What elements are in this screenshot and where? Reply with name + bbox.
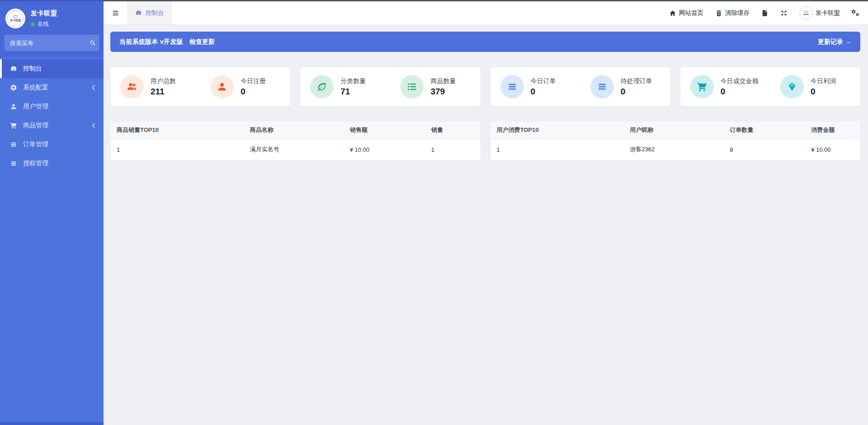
menu-search-input[interactable] <box>10 40 90 47</box>
docs-button[interactable] <box>761 9 769 17</box>
user-consumption-top10-table: 用户消费TOP10 用户昵称 订单数量 消费金额 1 游客2362 8 ¥ 10… <box>491 121 861 160</box>
sidebar-toggle-button[interactable] <box>104 1 127 24</box>
user-avatar <box>799 6 813 20</box>
cart-icon <box>10 122 17 129</box>
version-text: 当前系统版本 v开发版 <box>119 38 183 46</box>
username: 发卡联盟 <box>816 9 840 17</box>
bars-icon <box>597 81 608 92</box>
brand-logo: 发卡联盟 <box>5 9 25 28</box>
topbar-actions: 网站首页 清除缓存 发卡联盟 <box>657 1 868 24</box>
table-row: 1 满月实名号 ¥ 10.00 1 <box>110 139 481 160</box>
bars-icon <box>507 81 518 92</box>
cart-icon <box>697 81 708 92</box>
stat-total-users: 用户总数 211 <box>110 75 200 98</box>
stat-product-count: 商品数量 379 <box>390 75 480 98</box>
site-home-button[interactable]: 网站首页 <box>669 9 703 17</box>
hamburger-icon <box>111 9 120 17</box>
clear-cache-button[interactable]: 清除缓存 <box>715 9 750 17</box>
trash-icon <box>715 9 722 17</box>
brand-logo-mark: 发卡联盟 <box>7 10 24 27</box>
check-update-link[interactable]: 检查更新 <box>189 38 215 46</box>
expand-icon <box>780 9 788 17</box>
settings-button[interactable] <box>852 9 859 17</box>
stat-today-revenue: 今日成交金额 0 <box>680 75 770 98</box>
stat-today-profit: 今日利润 0 <box>770 75 860 98</box>
sidebar-header: 发卡联盟 发卡联盟 在线 <box>0 1 104 57</box>
sidebar-bottom-strip <box>0 422 104 425</box>
gauge-icon <box>10 65 17 72</box>
stat-today-orders: 今日订单 0 <box>491 75 580 98</box>
content: 当前系统版本 v开发版 检查更新 更新记录 → 用户总数 211 今日注册 <box>104 24 868 160</box>
list-icon <box>10 141 17 148</box>
version-banner: 当前系统版本 v开发版 检查更新 更新记录 → <box>110 32 860 52</box>
users-icon <box>127 81 137 92</box>
user-icon <box>217 81 227 92</box>
stat-card-revenue: 今日成交金额 0 今日利润 0 <box>680 67 860 106</box>
sidebar-item-order-management[interactable]: 订单管理 <box>0 135 104 154</box>
stat-today-registrations: 今日注册 0 <box>200 75 290 98</box>
table-row: 1 游客2362 8 ¥ 10.00 <box>491 139 861 160</box>
sidebar-item-license-management[interactable]: 授权管理 <box>0 154 104 173</box>
list-icon <box>10 160 17 167</box>
gear-icon <box>10 84 17 91</box>
gauge-icon <box>135 9 142 16</box>
stat-cards: 用户总数 211 今日注册 0 分类数量 71 <box>110 67 860 106</box>
product-sales-top10-table: 商品销量TOP10 商品名称 销售额 销量 1 满月实名号 ¥ 10.00 1 <box>110 121 481 160</box>
user-menu[interactable]: 发卡联盟 <box>799 6 840 20</box>
sidebar-nav: 控制台 系统配置 用户管理 商品管理 订单管理 授权管理 <box>0 59 104 173</box>
brand: 发卡联盟 发卡联盟 在线 <box>0 1 104 34</box>
tab-dashboard[interactable]: 控制台 <box>127 1 172 24</box>
search-icon[interactable] <box>90 40 96 47</box>
stat-card-orders: 今日订单 0 待处理订单 0 <box>491 67 670 106</box>
stat-card-users: 用户总数 211 今日注册 0 <box>110 67 290 106</box>
stat-category-count: 分类数量 71 <box>300 75 390 98</box>
user-icon <box>10 103 17 110</box>
fullscreen-button[interactable] <box>780 9 788 17</box>
home-icon <box>669 9 676 17</box>
brand-title: 发卡联盟 <box>31 9 57 18</box>
sidebar-item-system-config[interactable]: 系统配置 <box>0 78 104 97</box>
online-status: 在线 <box>38 20 49 28</box>
diamond-icon <box>787 81 797 92</box>
stat-pending-orders: 待处理订单 0 <box>580 75 670 98</box>
file-icon <box>761 9 769 17</box>
top10-tables: 商品销量TOP10 商品名称 销售额 销量 1 满月实名号 ¥ 10.00 1 <box>110 121 860 160</box>
sidebar: 发卡联盟 发卡联盟 在线 控制台 系统配置 <box>0 0 104 425</box>
cogs-icon <box>852 9 859 17</box>
leaf-icon <box>316 81 327 92</box>
table-header-row: 商品销量TOP10 商品名称 销售额 销量 <box>110 121 481 139</box>
main-area: 控制台 网站首页 清除缓存 发卡联盟 <box>104 0 868 425</box>
stat-card-catalog: 分类数量 71 商品数量 379 <box>300 67 480 106</box>
topbar: 控制台 网站首页 清除缓存 发卡联盟 <box>104 0 868 24</box>
online-dot-icon <box>31 22 35 26</box>
sidebar-item-product-management[interactable]: 商品管理 <box>0 116 104 135</box>
menu-search <box>5 35 99 51</box>
sidebar-item-dashboard[interactable]: 控制台 <box>0 59 104 78</box>
list-icon <box>406 81 417 92</box>
chevron-left-icon <box>90 122 97 129</box>
sidebar-item-user-management[interactable]: 用户管理 <box>0 97 104 116</box>
chevron-left-icon <box>90 84 97 91</box>
table-header-row: 用户消费TOP10 用户昵称 订单数量 消费金额 <box>491 121 861 139</box>
update-log-link[interactable]: 更新记录 → <box>818 38 851 46</box>
